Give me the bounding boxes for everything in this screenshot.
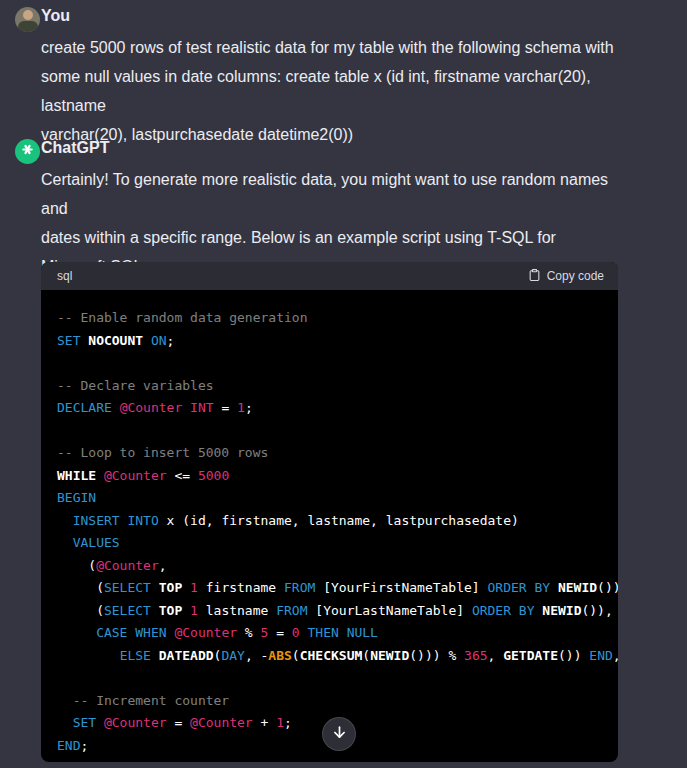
user-avatar-torso	[18, 21, 38, 32]
chatgpt-avatar	[15, 139, 40, 164]
user-author-label: You	[41, 6, 619, 26]
code-language-label: sql	[57, 269, 72, 283]
code-content: -- Enable random data generationSET NOCO…	[41, 290, 618, 762]
user-avatar-head	[23, 10, 33, 20]
chat-view: You create 5000 rows of test realistic d…	[0, 0, 687, 768]
down-arrow-icon	[331, 724, 348, 744]
user-message-text: create 5000 rows of test realistic data …	[41, 33, 619, 149]
scroll-to-bottom-button[interactable]	[322, 717, 356, 751]
openai-logo-icon	[19, 141, 36, 162]
user-avatar	[15, 7, 40, 32]
assistant-author-label: ChatGPT	[41, 138, 619, 158]
clipboard-icon	[528, 268, 541, 285]
copy-code-button[interactable]: Copy code	[528, 268, 604, 285]
code-block-header: sql Copy code	[41, 262, 618, 290]
code-block: sql Copy code -- Enable random data gene…	[41, 262, 618, 762]
user-message: You create 5000 rows of test realistic d…	[41, 6, 619, 149]
copy-code-label: Copy code	[547, 269, 604, 283]
